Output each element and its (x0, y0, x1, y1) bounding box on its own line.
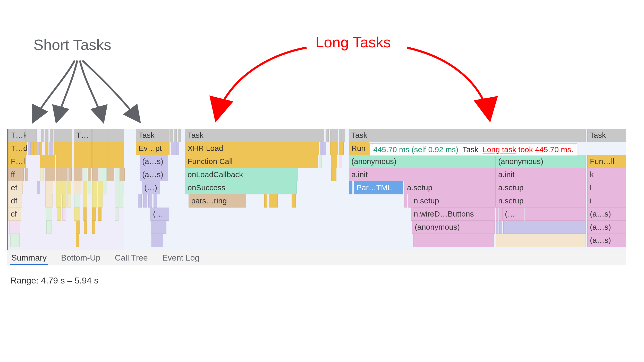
flame-fn[interactable]: T…d (8, 142, 27, 155)
flame-fn[interactable] (323, 142, 326, 155)
flame-fn[interactable] (151, 221, 166, 234)
flame-task[interactable] (50, 129, 53, 142)
flame-fn[interactable] (28, 142, 31, 155)
flame-fn[interactable]: Run (349, 142, 369, 155)
flame-fn[interactable] (496, 208, 498, 221)
flame-fn[interactable] (499, 221, 502, 234)
flame-fn[interactable] (292, 194, 296, 208)
flame-fn[interactable] (92, 208, 96, 221)
flame-fn[interactable]: onLoadCallback (185, 168, 298, 181)
flame-task-long[interactable]: Task (185, 129, 324, 142)
flame-fn[interactable] (92, 181, 97, 194)
flame-fn[interactable]: (…) (142, 181, 160, 194)
flame-fn[interactable] (45, 142, 48, 155)
flame-fn[interactable]: a.init (496, 168, 586, 181)
flame-task[interactable] (41, 129, 44, 142)
flame-fn[interactable]: XHR Load (185, 142, 319, 155)
flame-fn[interactable] (120, 181, 124, 194)
flame-fn[interactable] (269, 194, 278, 208)
flame-fn[interactable] (40, 168, 44, 181)
flame-fn[interactable]: Function Call (185, 155, 318, 168)
flame-fn[interactable]: a.setup (404, 181, 496, 194)
flame-fn[interactable] (319, 155, 322, 168)
flame-fn[interactable] (57, 208, 61, 221)
flame-task[interactable] (339, 129, 342, 142)
flame-task-long[interactable]: Task (349, 129, 586, 142)
flame-fn[interactable] (330, 142, 338, 155)
flame-fn[interactable] (56, 155, 72, 168)
flame-fn[interactable] (503, 221, 586, 234)
flame-task[interactable] (107, 129, 115, 142)
flame-fn[interactable] (83, 168, 87, 181)
flame-fn[interactable] (176, 142, 179, 155)
flame-fn[interactable]: ff (8, 168, 24, 181)
flame-task[interactable] (326, 129, 329, 142)
flame-fn[interactable]: a.init (349, 168, 496, 181)
flame-fn[interactable] (413, 234, 494, 247)
flame-fn[interactable] (45, 194, 53, 208)
flame-fn[interactable] (25, 168, 28, 181)
flame-fn[interactable]: n.setup (496, 194, 586, 208)
flame-task[interactable] (33, 129, 37, 142)
flame-fn[interactable] (45, 181, 53, 194)
flame-fn[interactable] (349, 181, 352, 194)
flame-fn[interactable]: onSuccess (185, 181, 297, 194)
flame-fn[interactable]: ef (8, 181, 23, 194)
flame-fn[interactable] (98, 208, 101, 221)
flame-fn[interactable]: (a…s) (140, 155, 168, 168)
flame-fn[interactable] (92, 221, 95, 234)
flame-fn[interactable] (339, 142, 344, 155)
flame-fn[interactable] (74, 181, 81, 194)
flame-fn[interactable]: n.setup (411, 194, 496, 208)
tab-summary[interactable]: Summary (10, 250, 48, 265)
flame-fn[interactable]: a.setup (496, 181, 586, 194)
flame-fn[interactable] (115, 181, 119, 194)
flame-task[interactable] (342, 129, 345, 142)
flame-fn[interactable] (120, 194, 123, 208)
flame-fn[interactable]: Par…TML (354, 181, 403, 194)
flame-fn[interactable]: Ev…pt (136, 142, 170, 155)
flame-fn[interactable] (115, 155, 124, 168)
tab-bottom-up[interactable]: Bottom-Up (60, 250, 102, 265)
flame-fn[interactable]: k (587, 168, 626, 181)
flame-fn[interactable] (120, 168, 125, 181)
flame-fn[interactable] (74, 168, 82, 181)
flame-fn[interactable] (67, 181, 71, 194)
flame-fn[interactable] (49, 142, 53, 155)
flame-fn[interactable]: (anonymous) (349, 155, 496, 168)
flame-fn[interactable]: (… (502, 208, 524, 221)
flame-fn[interactable]: pars…ring (189, 194, 246, 208)
flame-fn[interactable] (83, 194, 87, 208)
flame-fn[interactable] (99, 168, 107, 181)
flame-fn[interactable] (115, 208, 118, 221)
flame-fn[interactable]: l (587, 181, 626, 194)
flame-fn[interactable] (9, 221, 20, 234)
flame-task[interactable] (178, 129, 181, 142)
flame-fn[interactable]: df (8, 194, 22, 208)
flame-fn[interactable]: (a…s) (587, 221, 626, 234)
flame-fn[interactable] (115, 194, 119, 208)
flame-fn[interactable] (92, 194, 97, 208)
flame-fn[interactable] (45, 168, 55, 181)
flame-fn[interactable]: (a…s) (587, 208, 626, 221)
flame-task[interactable]: T… (74, 129, 92, 142)
flame-fn[interactable] (339, 155, 342, 168)
flame-fn[interactable] (107, 155, 115, 168)
flame-fn[interactable] (62, 208, 66, 221)
flame-task[interactable] (115, 129, 124, 142)
flame-fn[interactable]: F…l (8, 155, 26, 168)
flame-fn[interactable] (37, 181, 40, 194)
flame-fn[interactable] (408, 194, 411, 208)
flame-fn[interactable] (10, 234, 20, 247)
flame-fn[interactable] (74, 194, 80, 208)
flame-fn[interactable] (88, 168, 91, 181)
tab-event-log[interactable]: Event Log (161, 250, 201, 265)
flame-fn[interactable] (98, 194, 103, 208)
flame-fn[interactable] (499, 208, 502, 221)
flame-fn[interactable]: (a…s) (587, 234, 626, 247)
flame-fn[interactable] (74, 208, 80, 221)
flame-fn[interactable] (83, 181, 87, 194)
flame-fn[interactable] (92, 155, 107, 168)
flame-fn[interactable] (56, 168, 67, 181)
flame-fn[interactable] (404, 194, 407, 208)
